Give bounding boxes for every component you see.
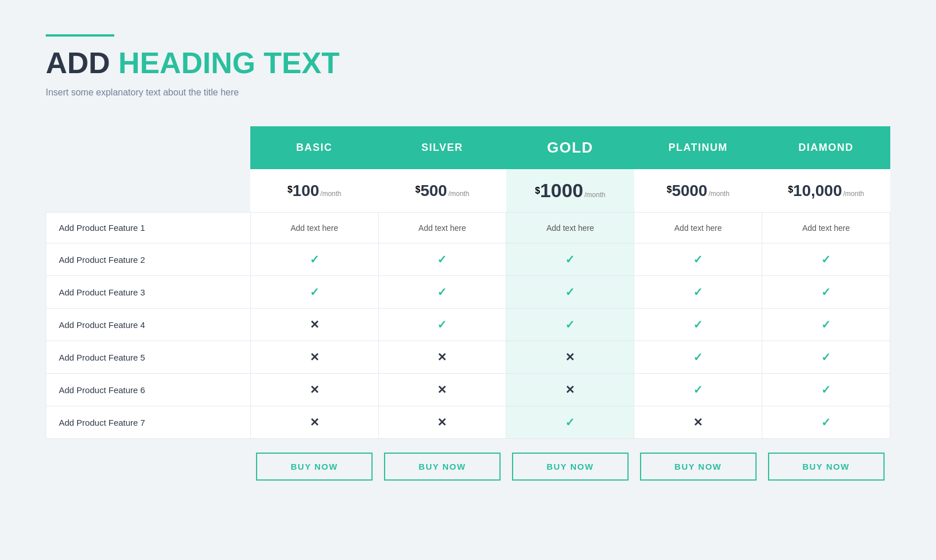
feature-6-diamond: ✓	[762, 374, 890, 406]
empty-header-cell	[46, 126, 251, 169]
feature-4-basic: ✕	[250, 309, 378, 341]
buy-silver-cell: BUY NOW	[378, 439, 506, 481]
feature-row-6: Add Product Feature 6✕✕✕✓✓	[46, 374, 890, 406]
feature-6-silver: ✕	[378, 374, 506, 406]
tier-diamond-header: DIAMOND	[762, 126, 890, 169]
feature-row-7: Add Product Feature 7✕✕✓✕✓	[46, 406, 890, 439]
feature-1-basic: Add text here	[250, 213, 378, 243]
check-icon: ✓	[693, 318, 703, 331]
feature-3-platinum: ✓	[634, 276, 762, 309]
feature-4-silver: ✓	[378, 309, 506, 341]
feature-5-diamond: ✓	[762, 341, 890, 374]
check-icon: ✓	[565, 318, 575, 331]
check-icon: ✓	[310, 253, 319, 266]
feature-name-4: Add Product Feature 4	[46, 309, 251, 341]
check-icon: ✓	[693, 253, 703, 266]
feature-row-3: Add Product Feature 3✓✓✓✓✓	[46, 276, 890, 309]
price-currency-silver: $	[415, 184, 421, 194]
check-icon: ✓	[437, 286, 447, 298]
check-icon: ✓	[437, 318, 447, 331]
check-icon: ✓	[565, 286, 575, 298]
buy-gold-button[interactable]: BUY NOW	[512, 453, 629, 481]
page-subheading: Insert some explanatory text about the t…	[46, 87, 890, 98]
cross-icon: ✕	[310, 318, 319, 331]
price-currency-basic: $	[287, 184, 293, 194]
tier-gold-header: GOLD	[506, 126, 634, 169]
feature-row-5: Add Product Feature 5✕✕✕✓✓	[46, 341, 890, 374]
feature-2-diamond: ✓	[762, 243, 890, 276]
empty-buy-cell	[46, 439, 251, 481]
check-icon: ✓	[437, 253, 447, 266]
price-amount-diamond: 10,000	[793, 182, 842, 199]
check-icon: ✓	[565, 253, 575, 266]
buy-diamond-button[interactable]: BUY NOW	[768, 453, 885, 481]
tier-silver-header: SILVER	[378, 126, 506, 169]
heading-dark: ADD	[46, 46, 118, 79]
price-currency-gold: $	[535, 186, 540, 195]
pricing-table: BASIC SILVER GOLD PLATINUM DIAMOND $100/…	[46, 126, 890, 481]
feature-3-diamond: ✓	[762, 276, 890, 309]
cross-icon: ✕	[565, 383, 575, 396]
feature-row-1: Add Product Feature 1Add text hereAdd te…	[46, 213, 890, 243]
tier-basic-header: BASIC	[250, 126, 378, 169]
buy-silver-button[interactable]: BUY NOW	[384, 453, 501, 481]
buy-basic-button[interactable]: BUY NOW	[256, 453, 373, 481]
check-icon: ✓	[693, 286, 703, 298]
feature-6-platinum: ✓	[634, 374, 762, 406]
check-icon: ✓	[821, 416, 831, 429]
price-period-gold: /month	[585, 191, 606, 199]
feature-2-platinum: ✓	[634, 243, 762, 276]
feature-1-diamond: Add text here	[762, 213, 890, 243]
pricing-table-wrapper: BASIC SILVER GOLD PLATINUM DIAMOND $100/…	[46, 126, 890, 481]
price-diamond: $10,000/month	[762, 169, 890, 213]
feature-3-silver: ✓	[378, 276, 506, 309]
check-icon: ✓	[693, 383, 703, 396]
cross-icon: ✕	[437, 383, 447, 396]
price-period-diamond: /month	[843, 190, 864, 198]
feature-6-gold: ✕	[506, 374, 634, 406]
feature-5-gold: ✕	[506, 341, 634, 374]
feature-6-basic: ✕	[250, 374, 378, 406]
feature-name-6: Add Product Feature 6	[46, 374, 251, 406]
check-icon: ✓	[310, 286, 319, 298]
cross-icon: ✕	[693, 416, 703, 429]
feature-name-5: Add Product Feature 5	[46, 341, 251, 374]
feature-3-basic: ✓	[250, 276, 378, 309]
feature-name-3: Add Product Feature 3	[46, 276, 251, 309]
price-amount-platinum: 5000	[672, 182, 707, 199]
feature-2-silver: ✓	[378, 243, 506, 276]
feature-7-platinum: ✕	[634, 406, 762, 439]
price-currency-diamond: $	[788, 184, 793, 194]
check-icon: ✓	[821, 351, 831, 363]
tier-header-row: BASIC SILVER GOLD PLATINUM DIAMOND	[46, 126, 890, 169]
buy-gold-cell: BUY NOW	[506, 439, 634, 481]
price-amount-silver: 500	[421, 182, 447, 199]
price-gold: $1000/month	[506, 169, 634, 213]
feature-1-gold: Add text here	[506, 213, 634, 243]
buy-basic-cell: BUY NOW	[250, 439, 378, 481]
check-icon: ✓	[821, 286, 831, 298]
cross-icon: ✕	[437, 351, 447, 363]
feature-5-basic: ✕	[250, 341, 378, 374]
feature-name-7: Add Product Feature 7	[46, 406, 251, 439]
cross-icon: ✕	[310, 351, 319, 363]
feature-row-4: Add Product Feature 4✕✓✓✓✓	[46, 309, 890, 341]
check-icon: ✓	[821, 253, 831, 266]
page-title: ADD HEADING TEXT	[46, 47, 890, 79]
feature-1-silver: Add text here	[378, 213, 506, 243]
feature-5-platinum: ✓	[634, 341, 762, 374]
feature-5-silver: ✕	[378, 341, 506, 374]
cross-icon: ✕	[310, 416, 319, 429]
feature-7-basic: ✕	[250, 406, 378, 439]
check-icon: ✓	[821, 383, 831, 396]
feature-4-gold: ✓	[506, 309, 634, 341]
buy-platinum-button[interactable]: BUY NOW	[640, 453, 757, 481]
feature-name-1: Add Product Feature 1	[46, 213, 251, 243]
price-silver: $500/month	[378, 169, 506, 213]
feature-row-2: Add Product Feature 2✓✓✓✓✓	[46, 243, 890, 276]
price-period-basic: /month	[321, 190, 342, 198]
check-icon: ✓	[821, 318, 831, 331]
header-line	[46, 34, 114, 37]
empty-price-cell	[46, 169, 251, 213]
price-row: $100/month $500/month $1000/month $5000/…	[46, 169, 890, 213]
